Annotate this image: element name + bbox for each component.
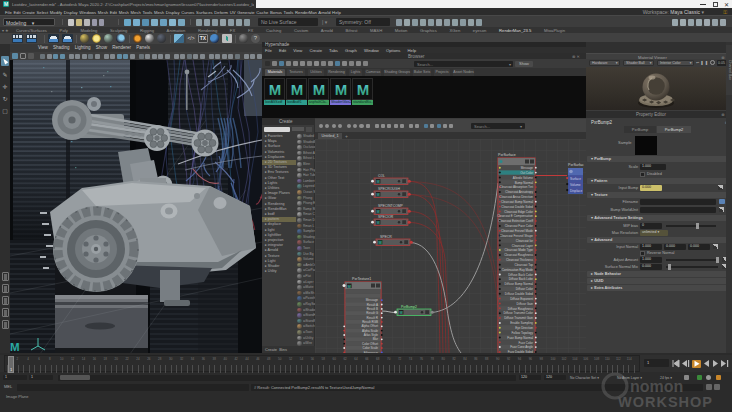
- svg-text:PxrTexture1: PxrTexture1: [352, 277, 371, 281]
- svg-text:Diffuse Transmit Gain: Diffuse Transmit Gain: [504, 316, 533, 320]
- svg-text:Diffuse Gain: Diffuse Gain: [517, 302, 534, 306]
- svg-text:M: M: [10, 341, 20, 353]
- svg-text:Diffuse Exponent: Diffuse Exponent: [510, 297, 533, 301]
- svg-text:Enable Sampling: Enable Sampling: [510, 321, 533, 325]
- svg-text:Clearcoat Top: Clearcoat Top: [515, 263, 534, 267]
- svg-text:Result G: Result G: [366, 311, 378, 315]
- svg-text:Bump Normal: Bump Normal: [515, 181, 534, 185]
- svg-text:Fuzz Cone Angle: Fuzz Cone Angle: [510, 345, 533, 349]
- svg-text:Diffuse Bump Normal: Diffuse Bump Normal: [505, 282, 534, 286]
- svg-text:PxrSurface: PxrSurface: [498, 153, 516, 157]
- svg-text:Displace: Displace: [570, 189, 582, 193]
- svg-text:Result A: Result A: [367, 303, 378, 307]
- svg-text:SPECINTCOMP: SPECINTCOMP: [378, 204, 404, 208]
- svg-text:Out Color: Out Color: [520, 171, 533, 175]
- svg-text:Clearcoat Fresnel Mode: Clearcoat Fresnel Mode: [501, 229, 533, 233]
- svg-text:Clearcoat Aniso Direction: Clearcoat Aniso Direction: [499, 195, 533, 199]
- svg-text:Eye Direction: Eye Direction: [515, 326, 533, 330]
- svg-text:Volume: Volume: [570, 183, 581, 187]
- svg-text:Diffuse Back Lobe: Diffuse Back Lobe: [509, 277, 534, 281]
- svg-text:Diffuse Back Color: Diffuse Back Color: [508, 273, 533, 277]
- svg-text:Surface: Surface: [570, 177, 581, 181]
- svg-text:Fuzz Color: Fuzz Color: [518, 341, 533, 345]
- svg-text:Clearcoat Extinction Coeff: Clearcoat Extinction Coeff: [498, 219, 533, 223]
- svg-text:Diffuse Double Sided: Diffuse Double Sided: [505, 292, 533, 296]
- svg-text:Diffuse Color: Diffuse Color: [516, 287, 533, 291]
- svg-text:SPECIOR: SPECIOR: [378, 215, 394, 219]
- svg-text:SPECR: SPECR: [380, 235, 392, 239]
- svg-text:Fuzz Bump Normal: Fuzz Bump Normal: [507, 336, 533, 340]
- svg-text:COL: COL: [378, 174, 385, 178]
- svg-text:nomon: nomon: [630, 378, 683, 395]
- svg-text:Clearcoat Fresnel Shape: Clearcoat Fresnel Shape: [500, 234, 534, 238]
- svg-text:M: M: [313, 81, 326, 97]
- svg-text:M: M: [291, 81, 304, 97]
- svg-text:Clearcoat Ior: Clearcoat Ior: [516, 239, 533, 243]
- svg-text:Clearcoat Anisotropy: Clearcoat Anisotropy: [505, 190, 533, 194]
- svg-text:Clearcoat Bump Normal: Clearcoat Bump Normal: [501, 200, 533, 204]
- svg-text:Alpha Scale: Alpha Scale: [362, 329, 378, 333]
- svg-text:PxrBump2: PxrBump2: [401, 305, 417, 309]
- svg-text:Color Scale: Color Scale: [362, 346, 378, 350]
- svg-text:Clearcoat E Compensation: Clearcoat E Compensation: [497, 214, 533, 218]
- svg-text:M: M: [335, 81, 348, 97]
- svg-text:Clearcoat Roughness: Clearcoat Roughness: [504, 253, 533, 257]
- svg-text:M: M: [357, 81, 370, 97]
- svg-text:Clearcoat Absorption Tint: Clearcoat Absorption Tint: [499, 185, 533, 189]
- svg-text:M: M: [379, 241, 382, 245]
- svg-text:Clearcoat Face Color: Clearcoat Face Color: [505, 224, 533, 228]
- svg-text:M: M: [377, 193, 380, 197]
- svg-text:Result RGB: Result RGB: [362, 320, 378, 324]
- svg-text:Blur: Blur: [373, 337, 378, 341]
- svg-text:Continuation Ray Mode: Continuation Ray Mode: [502, 268, 534, 272]
- svg-text:M: M: [377, 180, 380, 184]
- svg-text:Clearcoat Double Sided: Clearcoat Double Sided: [501, 205, 533, 209]
- svg-text:Clearcoat Edge Color: Clearcoat Edge Color: [504, 210, 533, 214]
- svg-text:M: M: [377, 221, 380, 225]
- svg-text:Clearcoat Layer: Clearcoat Layer: [512, 244, 533, 248]
- svg-text:M: M: [269, 81, 282, 97]
- svg-text:WORKSHOP: WORKSHOP: [618, 394, 713, 410]
- svg-text:PxrSurfac: PxrSurfac: [568, 163, 584, 167]
- svg-text:SPECROUGH: SPECROUGH: [378, 187, 400, 191]
- svg-text:M: M: [377, 210, 380, 214]
- svg-text:Diffuse Transmit Color: Diffuse Transmit Color: [503, 311, 533, 315]
- svg-text:Message: Message: [521, 166, 534, 170]
- svg-text:Clearcoat Thickness: Clearcoat Thickness: [506, 258, 534, 262]
- svg-text:Albedo Volume: Albedo Volume: [513, 176, 534, 180]
- svg-text:M: M: [400, 311, 403, 315]
- svg-text:Follow Topology: Follow Topology: [512, 331, 534, 335]
- svg-text:Diffuse Roughness: Diffuse Roughness: [508, 307, 534, 311]
- svg-text:Clearcoat Mode Type: Clearcoat Mode Type: [505, 248, 534, 252]
